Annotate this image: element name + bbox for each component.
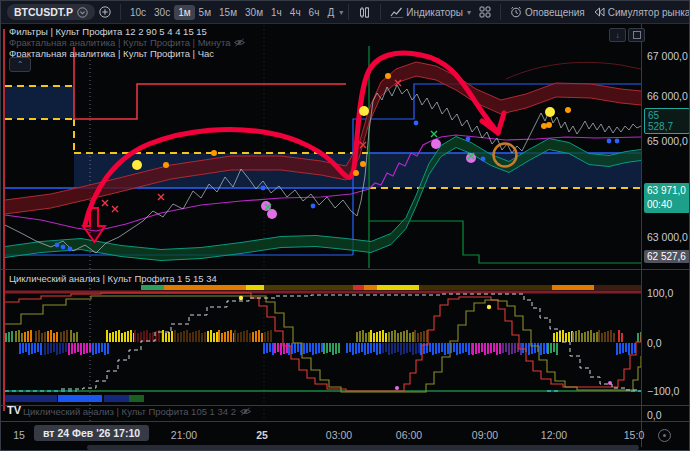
time-tick: 21:00	[171, 429, 197, 441]
price-axis-label: 65 000,0	[647, 135, 688, 147]
indicators-chevron-icon: ▾	[467, 8, 471, 17]
timeframe-more-chevron-icon[interactable]: ▾	[339, 8, 343, 17]
top-toolbar: BTCUSDT.P 10с30с1м5м15м30м1ч4ч6чД ▾	[1, 1, 689, 24]
timeframe-button-6ч[interactable]: 6ч	[305, 5, 324, 20]
replay-rewind-icon	[593, 7, 605, 17]
eye-hidden-icon[interactable]	[240, 407, 251, 416]
legend-fractal-minute[interactable]: Фрактальная аналитика | Культ Профита | …	[9, 37, 245, 48]
pane-maximize-button[interactable]	[628, 28, 645, 42]
indicators-label: Индикаторы	[406, 7, 463, 18]
price-axis-label: 100,0	[647, 287, 673, 299]
indicators-icon	[390, 6, 403, 18]
time-tick: 06:00	[396, 429, 422, 441]
timeframe-button-10с[interactable]: 10с	[126, 5, 150, 20]
time-tick: 15	[13, 429, 25, 441]
timeframe-button-30с[interactable]: 30с	[150, 5, 174, 20]
legend-fractal-hour[interactable]: Фрактальная аналитика | Культ Профита | …	[9, 48, 214, 59]
symbol-label: BTCUSDT.P	[14, 6, 73, 18]
timeframe-button-4ч[interactable]: 4ч	[286, 5, 305, 20]
last-price-badge: 65 528,7	[644, 108, 690, 134]
legend-oscillator-text: Циклический анализ | Культ Профита 1 5 1…	[9, 273, 217, 284]
alerts-label: Оповещения	[525, 7, 585, 18]
legend-bottom-indicator[interactable]: Циклический анализ | Культ Профита 105 1…	[23, 406, 251, 417]
price-axis-label: 0,0	[647, 409, 662, 421]
toolbar-separator	[380, 4, 381, 20]
alarm-clock-icon	[510, 6, 522, 18]
price-axis-label: 66 000,0	[647, 90, 688, 102]
chart-canvas[interactable]	[1, 1, 690, 451]
pane-down-button[interactable]: ↓	[609, 28, 626, 42]
symbol-dropdown-icon	[77, 7, 88, 18]
alerts-button[interactable]: Оповещения	[506, 4, 589, 20]
time-tick: 15:0	[624, 429, 644, 441]
legend-fractal-minute-text: Фрактальная аналитика | Культ Профита | …	[9, 37, 230, 48]
horizontal-scrollbar[interactable]	[87, 445, 639, 450]
symbol-button[interactable]: BTCUSDT.P	[7, 4, 95, 20]
timeframe-group: 10с30с1м5м15м30м1ч4ч6чД	[126, 5, 338, 20]
toolbar-separator	[348, 4, 349, 20]
countdown-timer: 00:40	[647, 198, 687, 212]
candlestick-icon	[358, 6, 371, 19]
plus-circle-icon	[99, 6, 111, 18]
toolbar-separator	[120, 4, 121, 20]
countdown-price: 63 971,0	[647, 184, 687, 198]
compare-add-button[interactable]	[95, 4, 115, 20]
templates-grid-icon	[479, 6, 491, 18]
price-axis-label: 67 000,0	[647, 50, 688, 62]
tradingview-logo[interactable]: TV	[7, 404, 21, 416]
legend-filters[interactable]: Фильтры | Культ Профита 12 2 90 5 4 4 15…	[9, 26, 207, 37]
indicators-button[interactable]: Индикаторы ▾	[386, 4, 475, 20]
indicator-templates-button[interactable]	[475, 4, 495, 20]
maximize-icon	[633, 31, 641, 39]
timeframe-button-5м[interactable]: 5м	[195, 5, 215, 20]
legend-collapse-button[interactable]: ⌃	[9, 57, 31, 72]
legend-fractal-hour-text: Фрактальная аналитика | Культ Профита | …	[9, 48, 214, 59]
axis-settings-gear-icon[interactable]	[658, 429, 671, 442]
time-tick: 03:00	[326, 429, 352, 441]
timeframe-button-1м[interactable]: 1м	[174, 5, 194, 20]
timeframe-button-1ч[interactable]: 1ч	[267, 5, 286, 20]
timeframe-button-30м[interactable]: 30м	[241, 5, 267, 20]
countdown-price-badge: 63 971,000:40	[644, 183, 690, 213]
chart-style-button[interactable]	[354, 4, 375, 21]
timeframe-button-15м[interactable]: 15м	[215, 5, 241, 20]
timeframe-button-Д[interactable]: Д	[323, 5, 338, 20]
eye-hidden-icon[interactable]	[234, 38, 245, 47]
toolbar-separator	[500, 4, 501, 20]
low-price-badge: 62 527,6	[644, 250, 690, 263]
time-tick: 12:00	[541, 429, 567, 441]
price-axis-label: 0,0	[647, 337, 662, 349]
replay-button[interactable]: Симулятор рынка	[589, 5, 690, 20]
time-tick: 25	[256, 429, 268, 441]
replay-label: Симулятор рынка	[608, 7, 690, 18]
legend-bottom-text: Циклический анализ | Культ Профита 105 1…	[23, 406, 236, 417]
crosshair-time-badge: вт 24 Фев '26 17:10	[34, 425, 149, 441]
legend-oscillator[interactable]: Циклический анализ | Культ Профита 1 5 1…	[9, 273, 217, 284]
trading-terminal-window: BTCUSDT.P 10с30с1м5м15м30м1ч4ч6чД ▾	[0, 0, 690, 451]
price-axis-label: −100,0	[647, 385, 679, 397]
time-tick: 09:00	[472, 429, 498, 441]
legend-filters-text: Фильтры | Культ Профита 12 2 90 5 4 4 15…	[9, 26, 207, 37]
price-axis-label: 63 000,0	[647, 231, 688, 243]
